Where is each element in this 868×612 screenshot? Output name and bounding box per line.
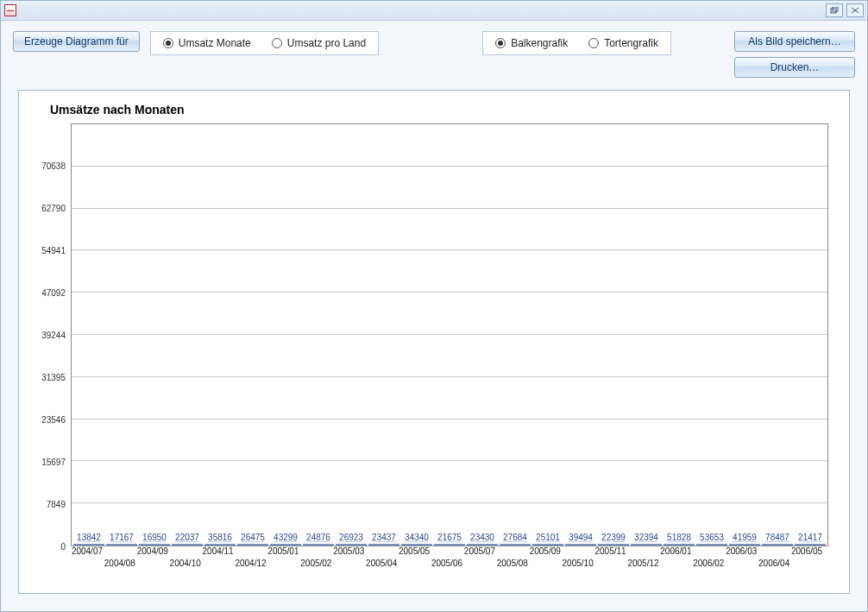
- data-source-option-group: Umsatz Monate Umsatz pro Land: [150, 31, 379, 55]
- bar[interactable]: 23437: [368, 544, 399, 546]
- bar-value-label: 27684: [503, 533, 527, 542]
- restore-icon[interactable]: [826, 3, 843, 17]
- x-tick-label: 2005/08: [497, 558, 528, 568]
- x-tick-label: 2006/05: [791, 546, 822, 556]
- close-icon[interactable]: [846, 3, 864, 17]
- chart-panel: Umsätze nach Monaten 0784915697235463139…: [18, 90, 850, 594]
- bar-value-label: 25101: [536, 533, 560, 542]
- print-button[interactable]: Drucken…: [734, 57, 855, 78]
- bar[interactable]: 27684: [500, 544, 531, 546]
- bar-value-label: 51828: [667, 533, 691, 542]
- y-tick-label: 54941: [24, 246, 66, 256]
- bar-value-label: 35816: [208, 533, 232, 542]
- right-button-column: Als Bild speichern… Drucken…: [734, 31, 855, 78]
- bar[interactable]: 43299: [270, 544, 301, 546]
- generate-chart-button[interactable]: Erzeuge Diagramm für: [13, 31, 140, 52]
- radio-balkengrafik[interactable]: Balkengrafik: [495, 37, 568, 49]
- bar[interactable]: 24876: [303, 544, 334, 546]
- save-as-image-button[interactable]: Als Bild speichern…: [734, 31, 855, 52]
- bar[interactable]: 78487: [762, 544, 793, 546]
- grid-line: [72, 166, 827, 167]
- bar-slot: 32394: [631, 544, 662, 546]
- grid-line: [72, 292, 827, 293]
- bar-slot: 34340: [401, 544, 432, 546]
- x-tick-label: 2005/09: [530, 546, 561, 556]
- grid-line: [72, 376, 827, 377]
- bar-slot: 26475: [237, 544, 268, 546]
- bar-slot: 27684: [500, 544, 531, 546]
- chart-plot: 0784915697235463139539244470925494162790…: [22, 123, 835, 581]
- bar-value-label: 26475: [241, 533, 265, 542]
- bar[interactable]: 32394: [631, 544, 662, 546]
- radio-umsatz-pro-land[interactable]: Umsatz pro Land: [272, 37, 366, 49]
- bar-slot: 41959: [729, 544, 760, 546]
- bar[interactable]: 23430: [467, 544, 498, 546]
- x-tick-label: 2005/02: [300, 558, 331, 568]
- x-tick-label: 2005/01: [267, 546, 299, 556]
- bar[interactable]: 22399: [598, 544, 629, 546]
- bar[interactable]: 35816: [204, 544, 236, 546]
- radio-label: Umsatz pro Land: [287, 37, 366, 49]
- bar-value-label: 13842: [77, 533, 101, 542]
- bar[interactable]: 34340: [401, 544, 432, 546]
- y-axis: 0784915697235463139539244470925494162790…: [22, 123, 71, 581]
- bar[interactable]: 26923: [336, 544, 367, 546]
- bar[interactable]: 39494: [565, 544, 596, 546]
- bar-value-label: 41959: [733, 533, 757, 542]
- bar-value-label: 21675: [437, 533, 462, 542]
- y-tick-label: 31395: [24, 373, 66, 382]
- bar[interactable]: 41959: [729, 544, 760, 546]
- bar[interactable]: 17167: [106, 544, 137, 546]
- bar-value-label: 39494: [569, 533, 593, 542]
- bar[interactable]: 22037: [172, 544, 203, 546]
- bars-container: 1384217167169502203735816264754329924876…: [72, 124, 827, 546]
- grid-line: [72, 208, 827, 209]
- x-labels: 2004/072004/082004/092004/102004/112004/…: [71, 546, 823, 581]
- x-tick-label: 2005/03: [333, 546, 364, 556]
- radio-dot-icon: [272, 38, 282, 48]
- bar-value-label: 24876: [306, 533, 330, 542]
- bar-value-label: 22037: [175, 533, 199, 542]
- bar-value-label: 32394: [634, 533, 658, 542]
- x-tick-label: 2005/12: [627, 558, 658, 568]
- bar-slot: 21675: [434, 544, 465, 546]
- bar-slot: 23430: [467, 544, 498, 546]
- bar-slot: 26923: [336, 544, 367, 546]
- bar-slot: 39494: [565, 544, 596, 546]
- bar-value-label: 34340: [405, 533, 429, 542]
- bar[interactable]: 53653: [696, 544, 727, 546]
- chart-type-option-group: Balkengrafik Tortengrafik: [482, 31, 671, 55]
- bar-slot: 22399: [598, 544, 629, 546]
- x-tick-label: 2006/02: [693, 558, 724, 568]
- x-tick-label: 2005/11: [594, 546, 626, 556]
- x-tick-label: 2005/06: [431, 558, 462, 568]
- y-tick-label: 7849: [24, 500, 66, 509]
- bar[interactable]: 13842: [73, 544, 104, 546]
- x-tick-label: 2005/05: [399, 546, 430, 556]
- grid-line: [72, 502, 827, 503]
- bar-value-label: 43299: [274, 533, 298, 542]
- x-tick-label: 2005/04: [366, 558, 397, 568]
- bar-value-label: 22399: [601, 533, 626, 542]
- x-tick-label: 2006/01: [660, 546, 691, 556]
- y-tick-label: 0: [24, 542, 66, 552]
- grid-line: [72, 334, 827, 335]
- bar[interactable]: 16950: [139, 544, 170, 546]
- radio-dot-icon: [495, 38, 506, 48]
- bar[interactable]: 51828: [664, 544, 695, 546]
- bar[interactable]: 21675: [434, 544, 465, 546]
- bar-value-label: 26923: [339, 533, 363, 542]
- bar-slot: 21417: [795, 544, 826, 546]
- bar[interactable]: 25101: [532, 544, 563, 546]
- x-tick-label: 2004/07: [72, 546, 103, 556]
- bar[interactable]: 21417: [795, 544, 826, 546]
- radio-label: Tortengrafik: [604, 37, 658, 49]
- radio-label: Umsatz Monate: [179, 37, 251, 49]
- x-axis: 2004/072004/082004/092004/102004/112004/…: [71, 546, 823, 581]
- y-tick-label: 23546: [24, 415, 66, 425]
- radio-label: Balkengrafik: [511, 37, 568, 49]
- radio-tortengrafik[interactable]: Tortengrafik: [588, 37, 658, 49]
- bar-slot: 17167: [106, 544, 137, 546]
- bar[interactable]: 26475: [237, 544, 268, 546]
- radio-umsatz-monate[interactable]: Umsatz Monate: [163, 37, 251, 49]
